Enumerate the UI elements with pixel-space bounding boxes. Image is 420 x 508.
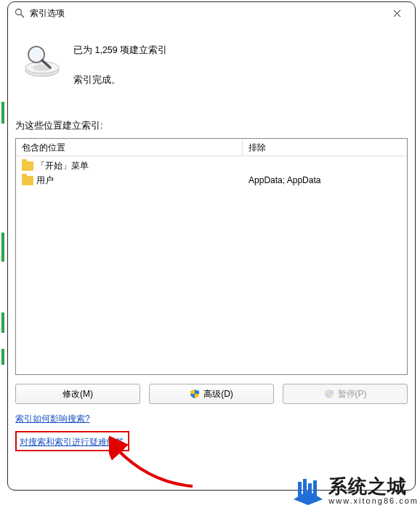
svg-line-1 xyxy=(21,15,25,18)
svg-rect-11 xyxy=(303,479,307,496)
drive-search-icon xyxy=(21,40,63,82)
window-title: 索引选项 xyxy=(30,7,65,20)
uac-shield-icon xyxy=(190,389,200,399)
row-exclude-text: AppData; AppData xyxy=(243,175,407,185)
svg-point-0 xyxy=(16,9,22,15)
advanced-button[interactable]: 高级(D) xyxy=(149,384,274,404)
background-accent-strip xyxy=(0,0,6,508)
header-include[interactable]: 包含的位置 xyxy=(16,139,243,156)
folder-icon xyxy=(22,161,33,171)
watermark-logo-icon xyxy=(292,476,324,505)
svg-rect-12 xyxy=(308,483,312,496)
header-exclude[interactable]: 排除 xyxy=(243,139,407,156)
close-button[interactable] xyxy=(384,5,409,21)
watermark-title: 系统之城 xyxy=(328,477,419,496)
row-include-text: 用户 xyxy=(36,174,54,187)
modify-button[interactable]: 修改(M) xyxy=(15,384,140,404)
indexing-status-text: 索引完成。 xyxy=(73,74,167,86)
pause-button: 暂停(P) xyxy=(283,384,408,404)
indexed-count-text: 已为 1,259 项建立索引 xyxy=(73,44,167,57)
watermark: 系统之城 www.xitong86.com xyxy=(292,476,420,505)
svg-point-8 xyxy=(30,48,43,61)
locations-label: 为这些位置建立索引: xyxy=(15,120,408,132)
folder-icon xyxy=(22,176,33,185)
highlight-box: 对搜索和索引进行疑难解答 xyxy=(15,431,129,451)
troubleshoot-link[interactable]: 对搜索和索引进行疑难解答 xyxy=(20,436,124,448)
list-item[interactable]: 用户 AppData; AppData xyxy=(16,173,407,188)
list-item[interactable]: 「开始」菜单 xyxy=(16,158,407,173)
titlebar: 索引选项 xyxy=(8,2,415,24)
indexing-options-window: 索引选项 已为 1,259 项建立索引 索引完成。 为这 xyxy=(7,1,416,491)
list-header: 包含的位置 排除 xyxy=(16,139,407,156)
uac-shield-icon xyxy=(324,389,334,399)
watermark-url: www.xitong86.com xyxy=(328,497,419,505)
search-app-icon xyxy=(14,7,25,19)
row-include-text: 「开始」菜单 xyxy=(36,160,89,172)
how-affect-search-link[interactable]: 索引如何影响搜索? xyxy=(15,413,90,425)
svg-rect-10 xyxy=(298,482,302,496)
close-icon xyxy=(393,9,401,17)
svg-rect-13 xyxy=(313,480,317,496)
indexed-locations-list[interactable]: 包含的位置 排除 「开始」菜单 用户 AppData; AppData xyxy=(15,138,408,375)
